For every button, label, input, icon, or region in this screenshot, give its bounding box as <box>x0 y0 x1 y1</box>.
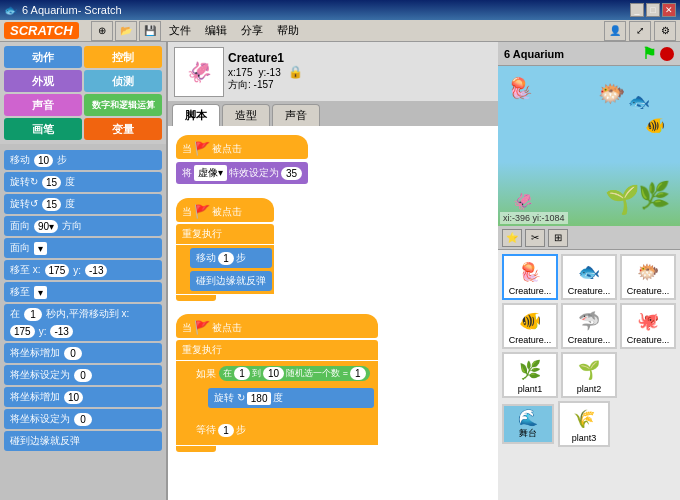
menu-share[interactable]: 分享 <box>235 21 269 40</box>
cat-looks[interactable]: 外观 <box>4 70 82 92</box>
block-bounce-2[interactable]: 碰到边缘就反弹 <box>190 271 272 291</box>
sprite-icon-3: 🐠 <box>506 307 554 335</box>
repeat-body-2: 移动 1 步 碰到边缘就反弹 <box>176 245 274 294</box>
block-face-sprite[interactable]: 面向 ▾ <box>4 238 162 258</box>
block-move-1step[interactable]: 移动 1 步 <box>190 248 272 268</box>
stage-octopus: 🦑 <box>513 192 533 211</box>
save-icon[interactable]: 💾 <box>139 21 161 41</box>
block-turn-cw[interactable]: 旋转↻ 15 度 <box>4 172 162 192</box>
block-change-x[interactable]: 将坐标增加 0 <box>4 343 162 363</box>
menu-help[interactable]: 帮助 <box>271 21 305 40</box>
cat-variables[interactable]: 变量 <box>84 118 162 140</box>
sprite-label-3: Creature... <box>509 335 552 345</box>
green-flag-button[interactable]: ⚑ <box>642 44 656 63</box>
settings-icon[interactable]: ⚙ <box>654 21 676 41</box>
cat-control[interactable]: 控制 <box>84 46 162 68</box>
block-set-effect[interactable]: 将 虚像▾ 特效设定为 35 <box>176 162 308 184</box>
tool-duplicate[interactable]: ⊞ <box>548 229 568 247</box>
sprite-label-6: plant1 <box>518 384 543 394</box>
hat-flag-2[interactable]: 当 🚩 被点击 <box>176 198 274 222</box>
sprite-item-8[interactable]: 🌾 plant3 <box>558 401 610 447</box>
cat-pen[interactable]: 画笔 <box>4 118 82 140</box>
stage-sprite-item[interactable]: 🌊 舞台 <box>502 404 554 444</box>
hat-flag-1[interactable]: 当 🚩 被点击 <box>176 135 308 159</box>
stage-plant-1: 🌿 <box>638 180 670 211</box>
sprite-x: x:175 <box>228 67 252 78</box>
sprite-lock-icon: 🔒 <box>288 65 303 79</box>
scratch-logo: SCRATCH <box>4 22 79 39</box>
new-icon[interactable]: ⊕ <box>91 21 113 41</box>
repeat-cap-3 <box>176 446 216 452</box>
sprite-label-2: Creature... <box>627 286 670 296</box>
sprite-label-1: Creature... <box>568 286 611 296</box>
sprite-item-4[interactable]: 🦈 Creature... <box>561 303 617 349</box>
window-title: 6 Aquarium- Scratch <box>22 4 122 16</box>
tool-scissors[interactable]: ✂ <box>525 229 545 247</box>
stage-canvas[interactable]: 🪼 🐟 🐡 🐠 🌿 🌱 🦑 xi:-396 yi:-1084 <box>498 66 680 226</box>
cat-operators[interactable]: 数字和逻辑运算 <box>84 94 162 116</box>
block-face-dir[interactable]: 面向 90▾ 方向 <box>4 216 162 236</box>
tool-star[interactable]: ⭐ <box>502 229 522 247</box>
sprite-item-7[interactable]: 🌱 plant2 <box>561 352 617 398</box>
stage-fish-4: 🐠 <box>645 116 665 135</box>
sprite-icon-5: 🐙 <box>624 307 672 335</box>
tabs: 脚本 造型 声音 <box>168 102 498 126</box>
block-set-x[interactable]: 将坐标设定为 0 <box>4 365 162 385</box>
cat-motion[interactable]: 动作 <box>4 46 82 68</box>
menu-edit[interactable]: 编辑 <box>199 21 233 40</box>
sprite-icon-1: 🐟 <box>565 258 613 286</box>
left-panel: 动作 控制 外观 侦测 声音 数字和逻辑运算 画笔 变量 移动 10 步 旋转↻… <box>0 42 168 500</box>
tab-scripts[interactable]: 脚本 <box>172 104 220 126</box>
stop-button[interactable] <box>660 47 674 61</box>
stage-title-text: 6 Aquarium <box>504 48 564 60</box>
block-turn-ccw[interactable]: 旋转↺ 15 度 <box>4 194 162 214</box>
sprite-item-5[interactable]: 🐙 Creature... <box>620 303 676 349</box>
tab-sounds[interactable]: 声音 <box>272 104 320 126</box>
script-group-1: 当 🚩 被点击 将 虚像▾ 特效设定为 35 <box>176 134 490 185</box>
block-bounce[interactable]: 碰到边缘就反弹 <box>4 431 162 451</box>
sprite-y: y:-13 <box>258 67 280 78</box>
sprite-item-1[interactable]: 🐟 Creature... <box>561 254 617 300</box>
if-body: 旋转 ↻ 180 度 <box>190 385 376 411</box>
block-repeat-2[interactable]: 重复执行 <box>176 224 274 244</box>
stage-sprite-label: 舞台 <box>519 427 537 440</box>
script-canvas[interactable]: 当 🚩 被点击 将 虚像▾ 特效设定为 35 当 🚩 被点击 重复执行 移动 1… <box>168 126 498 500</box>
tab-costumes[interactable]: 造型 <box>222 104 270 126</box>
sprites-grid: 🪼 Creature... 🐟 Creature... 🐡 Creature..… <box>502 254 676 398</box>
stage-fish-1: 🪼 <box>508 76 533 100</box>
if-header[interactable]: 如果 在 1 到 10 随机选一个数 = 1 <box>190 363 376 384</box>
sprite-info: 🦑 Creature1 x:175 y:-13 方向: -157 🔒 <box>168 42 498 102</box>
script-group-3: 当 🚩 被点击 重复执行 如果 在 1 到 10 随机选一个数 = 1 旋转 ↻… <box>176 313 490 452</box>
block-repeat-3[interactable]: 重复执行 <box>176 340 378 360</box>
sprite-item-6[interactable]: 🌿 plant1 <box>502 352 558 398</box>
close-button[interactable]: ✕ <box>662 3 676 17</box>
cat-sensing[interactable]: 侦测 <box>84 70 162 92</box>
script-group-2: 当 🚩 被点击 重复执行 移动 1 步 碰到边缘就反弹 <box>176 197 490 301</box>
sprites-list: 🪼 Creature... 🐟 Creature... 🐡 Creature..… <box>498 250 680 500</box>
block-move[interactable]: 移动 10 步 <box>4 150 162 170</box>
stage-fish-3: 🐡 <box>598 81 625 107</box>
block-goto-sprite[interactable]: 移至 ▾ <box>4 282 162 302</box>
sprite-icon-4: 🦈 <box>565 307 613 335</box>
block-turn-180[interactable]: 旋转 ↻ 180 度 <box>208 388 374 408</box>
sprite-label-4: Creature... <box>568 335 611 345</box>
minimize-button[interactable]: _ <box>630 3 644 17</box>
open-icon[interactable]: 📂 <box>115 21 137 41</box>
block-wait[interactable]: 等待 1 步 <box>190 420 376 440</box>
account-icon[interactable]: 👤 <box>604 21 626 41</box>
menu-file[interactable]: 文件 <box>163 21 197 40</box>
hat-flag-3[interactable]: 当 🚩 被点击 <box>176 314 378 338</box>
block-glide[interactable]: 在1秒内,平滑移动到 x:175 y:-13 <box>4 304 162 341</box>
sprite-item-0[interactable]: 🪼 Creature... <box>502 254 558 300</box>
cat-sound[interactable]: 声音 <box>4 94 82 116</box>
sprite-item-3[interactable]: 🐠 Creature... <box>502 303 558 349</box>
block-change-y[interactable]: 将坐标增加 10 <box>4 387 162 407</box>
block-goto-xy[interactable]: 移至 x:175 y:-13 <box>4 260 162 280</box>
stage-title-bar: 6 Aquarium ⚑ <box>498 42 680 66</box>
maximize-button[interactable]: □ <box>646 3 660 17</box>
block-set-y[interactable]: 将坐标设定为 0 <box>4 409 162 429</box>
repeat-body-3: 如果 在 1 到 10 随机选一个数 = 1 旋转 ↻ 180 度 等待 1 步 <box>176 361 378 445</box>
sprite-item-2[interactable]: 🐡 Creature... <box>620 254 676 300</box>
sprite-icon-8: 🌾 <box>562 405 606 433</box>
fullscreen-icon[interactable]: ⤢ <box>629 21 651 41</box>
